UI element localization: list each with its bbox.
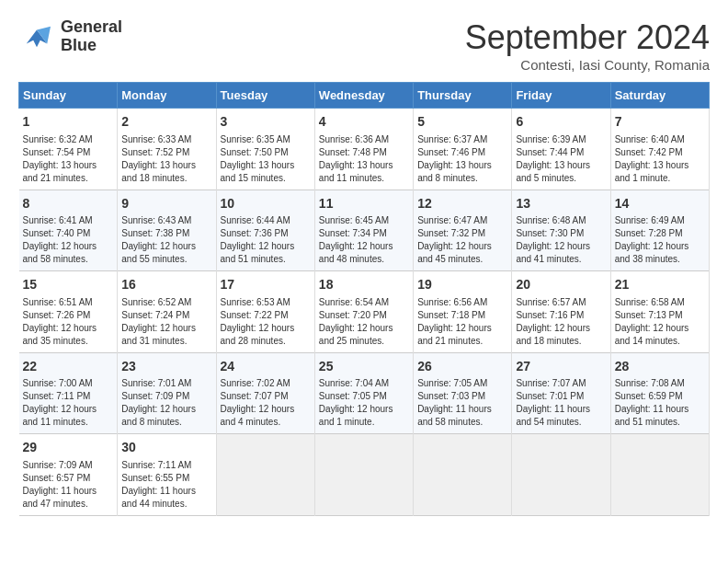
sunrise-label: Sunrise: 6:35 AM [221, 134, 290, 144]
daylight-label: Daylight: 12 hours and 4 minutes. [221, 404, 295, 427]
table-row: 6 Sunrise: 6:39 AM Sunset: 7:44 PM Dayli… [512, 109, 610, 190]
table-row: 25 Sunrise: 7:04 AM Sunset: 7:05 PM Dayl… [314, 352, 413, 434]
sunset-label: Sunset: 7:38 PM [121, 228, 189, 238]
table-row: 17 Sunrise: 6:53 AM Sunset: 7:22 PM Dayl… [216, 271, 314, 353]
col-wednesday: Wednesday [314, 83, 413, 109]
table-row: 24 Sunrise: 7:02 AM Sunset: 7:07 PM Dayl… [216, 352, 314, 434]
day-number: 27 [516, 358, 606, 376]
day-number: 3 [221, 113, 311, 132]
sunrise-label: Sunrise: 6:45 AM [319, 215, 389, 225]
sunrise-label: Sunrise: 7:02 AM [221, 378, 290, 388]
sunrise-label: Sunrise: 6:53 AM [221, 297, 290, 307]
day-number: 5 [417, 113, 507, 132]
sunrise-label: Sunrise: 6:39 AM [516, 134, 586, 144]
sunset-label: Sunset: 7:42 PM [615, 147, 683, 157]
daylight-label: Daylight: 13 hours and 15 minutes. [221, 160, 295, 183]
daylight-label: Daylight: 12 hours and 28 minutes. [221, 323, 295, 346]
daylight-label: Daylight: 11 hours and 44 minutes. [121, 486, 196, 509]
sunset-label: Sunset: 7:24 PM [121, 310, 189, 320]
daylight-label: Daylight: 13 hours and 18 minutes. [121, 160, 196, 183]
daylight-label: Daylight: 13 hours and 1 minute. [615, 160, 689, 183]
calendar-subtitle: Contesti, Iasi County, Romania [465, 57, 710, 73]
day-number: 1 [23, 113, 114, 132]
sunset-label: Sunset: 7:18 PM [417, 310, 485, 320]
calendar-header: Sunday Monday Tuesday Wednesday Thursday… [19, 83, 710, 109]
sunset-label: Sunset: 7:26 PM [23, 310, 91, 320]
sunset-label: Sunset: 7:13 PM [615, 310, 683, 320]
sunset-label: Sunset: 7:22 PM [221, 310, 289, 320]
table-row: 26 Sunrise: 7:05 AM Sunset: 7:03 PM Dayl… [414, 352, 512, 434]
daylight-label: Daylight: 12 hours and 31 minutes. [121, 323, 196, 346]
sunset-label: Sunset: 7:54 PM [23, 147, 91, 157]
sunrise-label: Sunrise: 6:57 AM [516, 297, 586, 307]
sunset-label: Sunset: 7:05 PM [319, 391, 387, 401]
table-row [216, 434, 314, 516]
sunset-label: Sunset: 6:59 PM [615, 391, 683, 401]
sunrise-label: Sunrise: 7:01 AM [121, 378, 191, 388]
daylight-label: Daylight: 12 hours and 38 minutes. [615, 241, 689, 264]
daylight-label: Daylight: 11 hours and 51 minutes. [615, 404, 689, 427]
table-row: 15 Sunrise: 6:51 AM Sunset: 7:26 PM Dayl… [19, 271, 118, 353]
daylight-label: Daylight: 12 hours and 8 minutes. [121, 404, 196, 427]
day-number: 30 [121, 439, 211, 457]
col-thursday: Thursday [414, 83, 512, 109]
day-number: 21 [615, 276, 705, 294]
calendar-table: Sunday Monday Tuesday Wednesday Thursday… [18, 82, 710, 516]
day-number: 10 [221, 195, 311, 213]
sunset-label: Sunset: 7:48 PM [319, 147, 387, 157]
daylight-label: Daylight: 12 hours and 11 minutes. [23, 404, 97, 427]
daylight-label: Daylight: 13 hours and 11 minutes. [319, 160, 393, 183]
sunset-label: Sunset: 7:44 PM [516, 147, 584, 157]
sunset-label: Sunset: 7:07 PM [221, 391, 289, 401]
day-number: 19 [417, 276, 507, 294]
table-row: 30 Sunrise: 7:11 AM Sunset: 6:55 PM Dayl… [118, 434, 216, 516]
table-row: 16 Sunrise: 6:52 AM Sunset: 7:24 PM Dayl… [118, 271, 216, 353]
header-row: Sunday Monday Tuesday Wednesday Thursday… [19, 83, 710, 109]
logo: General Blue [18, 18, 122, 55]
sunset-label: Sunset: 6:55 PM [121, 473, 189, 483]
day-number: 4 [319, 113, 409, 132]
table-row: 3 Sunrise: 6:35 AM Sunset: 7:50 PM Dayli… [216, 109, 314, 190]
daylight-label: Daylight: 12 hours and 48 minutes. [319, 241, 393, 264]
calendar-week-2: 8 Sunrise: 6:41 AM Sunset: 7:40 PM Dayli… [19, 190, 710, 271]
table-row: 1 Sunrise: 6:32 AM Sunset: 7:54 PM Dayli… [19, 109, 118, 190]
sunrise-label: Sunrise: 7:00 AM [23, 378, 93, 388]
sunset-label: Sunset: 7:46 PM [417, 147, 485, 157]
col-tuesday: Tuesday [216, 83, 314, 109]
table-row [512, 434, 610, 516]
table-row: 28 Sunrise: 7:08 AM Sunset: 6:59 PM Dayl… [610, 352, 709, 434]
col-saturday: Saturday [610, 83, 709, 109]
sunset-label: Sunset: 7:20 PM [319, 310, 387, 320]
calendar-week-4: 22 Sunrise: 7:00 AM Sunset: 7:11 PM Dayl… [19, 352, 710, 434]
sunrise-label: Sunrise: 6:58 AM [615, 297, 685, 307]
table-row: 8 Sunrise: 6:41 AM Sunset: 7:40 PM Dayli… [19, 190, 118, 271]
daylight-label: Daylight: 13 hours and 21 minutes. [23, 160, 97, 183]
day-number: 16 [121, 276, 211, 294]
table-row: 9 Sunrise: 6:43 AM Sunset: 7:38 PM Dayli… [118, 190, 216, 271]
logo-icon [18, 23, 55, 51]
table-row: 10 Sunrise: 6:44 AM Sunset: 7:36 PM Dayl… [216, 190, 314, 271]
sunrise-label: Sunrise: 6:40 AM [615, 134, 685, 144]
page-header: General Blue September 2024 Contesti, Ia… [18, 18, 710, 73]
logo-line1: General [61, 18, 122, 37]
daylight-label: Daylight: 12 hours and 21 minutes. [417, 323, 492, 346]
table-row [314, 434, 413, 516]
table-row: 19 Sunrise: 6:56 AM Sunset: 7:18 PM Dayl… [414, 271, 512, 353]
daylight-label: Daylight: 12 hours and 14 minutes. [615, 323, 689, 346]
day-number: 15 [23, 276, 114, 294]
day-number: 25 [319, 358, 409, 376]
daylight-label: Daylight: 12 hours and 1 minute. [319, 404, 393, 427]
logo-line2: Blue [61, 37, 122, 55]
table-row: 22 Sunrise: 7:00 AM Sunset: 7:11 PM Dayl… [19, 352, 118, 434]
daylight-label: Daylight: 12 hours and 55 minutes. [121, 241, 196, 264]
day-number: 14 [615, 195, 705, 213]
sunset-label: Sunset: 7:16 PM [516, 310, 584, 320]
sunrise-label: Sunrise: 6:52 AM [121, 297, 191, 307]
sunset-label: Sunset: 7:34 PM [319, 228, 387, 238]
sunset-label: Sunset: 7:36 PM [221, 228, 289, 238]
table-row: 18 Sunrise: 6:54 AM Sunset: 7:20 PM Dayl… [314, 271, 413, 353]
day-number: 29 [23, 439, 114, 457]
day-number: 7 [615, 113, 705, 132]
day-number: 18 [319, 276, 409, 294]
table-row: 12 Sunrise: 6:47 AM Sunset: 7:32 PM Dayl… [414, 190, 512, 271]
